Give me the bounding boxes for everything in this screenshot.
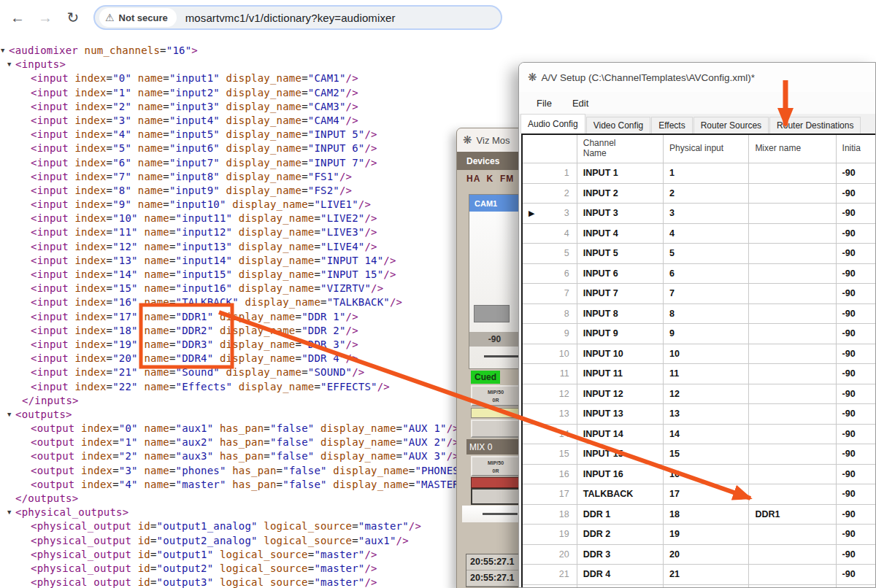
grid-row-number[interactable]: 15 <box>523 444 577 465</box>
grid-cell[interactable]: 20 <box>664 545 749 565</box>
grid-cell[interactable]: INPUT 1 <box>577 163 664 184</box>
grid-cell[interactable]: 2 <box>664 184 749 204</box>
grid-cell[interactable] <box>749 384 836 405</box>
grid-cell[interactable] <box>749 585 836 588</box>
grid-row-number[interactable]: 5 <box>523 244 577 264</box>
grid-cell[interactable]: -90 <box>837 344 876 365</box>
mix-minus-button[interactable]: MIP/50 0R <box>471 385 520 406</box>
grid-cell[interactable]: -90 <box>837 404 876 425</box>
grid-cell[interactable] <box>749 525 836 545</box>
grid-cell[interactable]: 1 <box>664 163 749 184</box>
grid-row-number[interactable]: 11 <box>523 364 577 384</box>
grid-cell[interactable]: -90 <box>837 545 876 565</box>
grid-cell[interactable] <box>749 244 836 264</box>
grid-row-number[interactable]: 12 <box>523 384 577 405</box>
collapse-arrow-icon[interactable]: ▼ <box>7 58 15 71</box>
av-title-bar[interactable]: ❋ A/V Setup (C:\ChannelTemplates\AVConfi… <box>519 63 875 92</box>
grid-cell[interactable]: 17 <box>664 484 749 505</box>
grid-cell[interactable]: 3 <box>664 204 749 224</box>
grid-cell[interactable]: 21 <box>664 565 749 585</box>
grid-cell[interactable] <box>749 364 836 384</box>
grid-cell[interactable]: DDR 4 <box>577 565 664 585</box>
grid-cell[interactable] <box>749 264 836 285</box>
grid-cell[interactable]: -90 <box>837 304 876 325</box>
url-text[interactable]: mosartvmc1/v1/dictionary?key=audiomixer <box>185 12 396 24</box>
grid-cell[interactable] <box>577 585 664 588</box>
grid-cell[interactable]: -90 <box>837 484 876 505</box>
grid-header-cell[interactable]: Initia <box>837 135 876 163</box>
tab-effects[interactable]: Effects <box>651 117 692 134</box>
grid-cell[interactable]: -90 <box>837 565 876 585</box>
grid-cell[interactable]: INPUT 3 <box>577 204 664 224</box>
grid-cell[interactable]: INPUT 11 <box>577 364 664 384</box>
grid-cell[interactable] <box>664 585 749 588</box>
viz-title-bar[interactable]: ❋ Viz Mos <box>457 128 524 152</box>
address-bar[interactable]: ⚠ Not secure mosartvmc1/v1/dictionary?ke… <box>93 5 502 30</box>
grid-cell[interactable]: INPUT 13 <box>577 404 664 425</box>
grid-row-number[interactable]: 21 <box>523 565 577 585</box>
grid-cell[interactable]: 4 <box>664 224 749 244</box>
grid-row-number[interactable]: 17 <box>523 484 577 505</box>
grid-cell[interactable]: 14 <box>664 425 749 445</box>
grid-cell[interactable]: INPUT 7 <box>577 284 664 304</box>
menu-file[interactable]: File <box>537 98 552 109</box>
grid-row-number[interactable]: 18 <box>523 505 577 525</box>
grid-cell[interactable]: 10 <box>664 344 749 365</box>
blank-button[interactable] <box>471 419 520 438</box>
devices-tab[interactable]: Devices <box>457 152 524 170</box>
grid-cell[interactable]: -90 <box>837 364 876 384</box>
grid-row-number[interactable]: 4 <box>523 224 577 244</box>
grid-cell[interactable]: INPUT 4 <box>577 224 664 244</box>
grid-row-number[interactable]: 10 <box>523 344 577 365</box>
grid-cell[interactable] <box>749 444 836 465</box>
grid-cell[interactable] <box>749 284 836 304</box>
tab-audio-config[interactable]: Audio Config <box>520 114 585 134</box>
grid-header-cell[interactable]: Mixer name <box>749 135 836 163</box>
grid-cell[interactable]: 12 <box>664 384 749 405</box>
grid-row-number[interactable]: 7 <box>523 284 577 304</box>
grid-cell[interactable]: -90 <box>837 284 876 304</box>
grid-row-number[interactable]: 20 <box>523 545 577 565</box>
collapse-arrow-icon[interactable]: ▼ <box>7 506 15 519</box>
grid-cell[interactable] <box>749 465 836 485</box>
collapse-arrow-icon[interactable]: ▼ <box>1 44 8 58</box>
grid-cell[interactable]: -90 <box>837 163 876 184</box>
grid-row-number[interactable]: 8 <box>523 304 577 325</box>
grid-cell[interactable]: DDR 1 <box>577 505 664 525</box>
grid-cell[interactable]: INPUT 10 <box>577 344 664 365</box>
grid-row-number[interactable]: 3▶ <box>523 204 577 224</box>
tab-router-destinations[interactable]: Router Destinations <box>769 117 861 134</box>
grid-cell[interactable]: -90 <box>837 204 876 224</box>
grid-cell[interactable]: -90 <box>837 505 876 525</box>
grid-cell[interactable]: -90 <box>837 525 876 545</box>
grid-cell[interactable]: 16 <box>664 465 749 485</box>
reload-icon[interactable]: ↻ <box>63 7 83 28</box>
not-secure-chip[interactable]: ⚠ Not secure <box>99 8 177 27</box>
tab-video-config[interactable]: Video Config <box>586 117 651 134</box>
grid-cell[interactable] <box>749 545 836 565</box>
slider-track[interactable] <box>462 506 524 522</box>
grid-cell[interactable] <box>837 585 876 588</box>
grid-cell[interactable]: 18 <box>664 505 749 525</box>
grid-cell[interactable]: 19 <box>664 525 749 545</box>
grid-cell[interactable]: DDR 3 <box>577 545 664 565</box>
grid-row-number[interactable]: 1 <box>523 163 577 184</box>
grid-cell[interactable]: 6 <box>664 264 749 285</box>
grid-cell[interactable] <box>749 163 836 184</box>
grid-header-cell[interactable]: Physical input <box>664 135 749 163</box>
grid-row-number[interactable]: 14 <box>523 425 577 445</box>
grid-row-number[interactable]: 2 <box>523 184 577 204</box>
grid-cell[interactable]: -90 <box>837 244 876 264</box>
grid-cell[interactable]: -90 <box>837 384 876 405</box>
grid-cell[interactable]: 8 <box>664 304 749 325</box>
grid-cell[interactable]: INPUT 14 <box>577 425 664 445</box>
fader-handle[interactable] <box>474 305 510 322</box>
grid-cell[interactable] <box>749 425 836 445</box>
grid-cell[interactable] <box>749 324 836 344</box>
grid-cell[interactable]: -90 <box>837 224 876 244</box>
grid-cell[interactable]: TALKBACK <box>577 484 664 505</box>
grid-cell[interactable]: 5 <box>664 244 749 264</box>
grid-cell[interactable]: 15 <box>664 444 749 465</box>
grid-cell[interactable]: 13 <box>664 404 749 425</box>
grid-cell[interactable]: INPUT 6 <box>577 264 664 285</box>
